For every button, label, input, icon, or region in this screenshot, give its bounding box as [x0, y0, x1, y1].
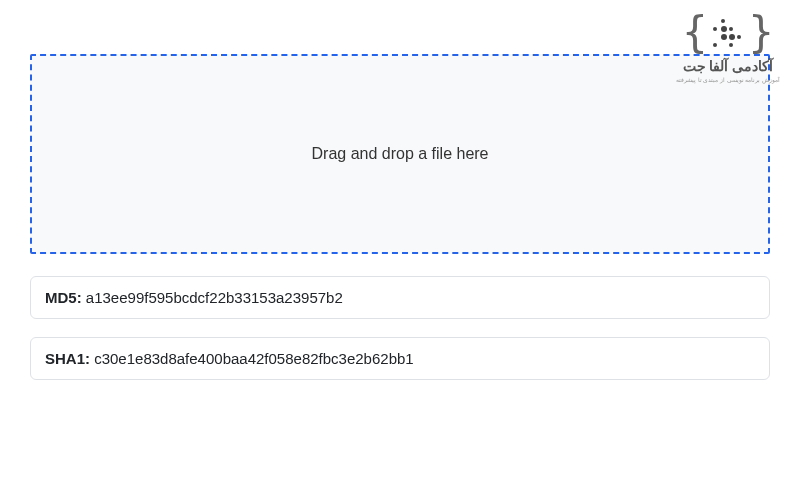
file-dropzone[interactable]: Drag and drop a file here — [30, 54, 770, 254]
logo-dots-icon — [713, 19, 742, 48]
sha1-label: SHA1: — [45, 350, 90, 367]
dropzone-text: Drag and drop a file here — [312, 145, 489, 163]
hash-row-md5: MD5: a13ee99f595bcdcf22b33153a23957b2 — [30, 276, 770, 319]
sha1-value: c30e1e83d8afe400baa42f058e82fbc3e2b62bb1 — [94, 350, 413, 367]
md5-value: a13ee99f595bcdcf22b33153a23957b2 — [86, 289, 343, 306]
md5-label: MD5: — [45, 289, 82, 306]
hash-row-sha1: SHA1: c30e1e83d8afe400baa42f058e82fbc3e2… — [30, 337, 770, 380]
logo-braces-icon: { } — [682, 12, 774, 54]
logo-subtitle: آموزش برنامه نویسی از مبتدی تا پیشرفته — [676, 76, 780, 83]
brand-logo: { } آکادمی آلفا جت آموزش برنامه نویسی از… — [676, 12, 780, 83]
logo-title: آکادمی آلفا جت — [683, 58, 774, 74]
